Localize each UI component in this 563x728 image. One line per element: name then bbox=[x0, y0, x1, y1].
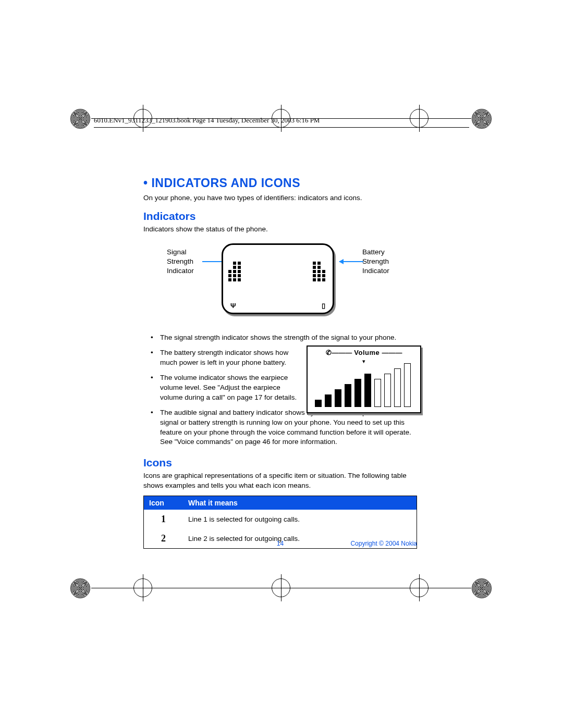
arrow-icon bbox=[339, 261, 363, 262]
battery-bars-icon bbox=[313, 250, 327, 281]
list-item: The battery strength indicator shows how… bbox=[143, 348, 301, 368]
subheading-indicators: Indicators bbox=[143, 210, 417, 223]
label-line: Battery bbox=[362, 248, 385, 256]
bullet-block: The signal strength indicator shows the … bbox=[143, 333, 417, 447]
intro-text: On your phone, you have two types of ide… bbox=[143, 193, 417, 203]
label-battery-strength: Battery Strength Indicator bbox=[362, 248, 404, 275]
table-row: 1 Line 1 is selected for outgoing calls. bbox=[144, 510, 417, 529]
section-heading-indicators-and-icons: • INDICATORS AND ICONS bbox=[143, 176, 417, 190]
page-number: 14 bbox=[277, 540, 284, 547]
icon-cell: 1 bbox=[144, 510, 183, 529]
volume-diagram: ✆——— Volume ——— ▾ bbox=[307, 346, 421, 413]
header-rule bbox=[94, 127, 469, 128]
label-line: Indicator bbox=[362, 267, 389, 275]
label-line: Strength bbox=[167, 257, 193, 265]
page-footer: 14 Copyright © 2004 Nokia bbox=[143, 540, 417, 547]
label-line: Indicator bbox=[167, 267, 194, 275]
battery-icon: ▯ bbox=[322, 302, 325, 310]
volume-label-text: Volume bbox=[354, 349, 380, 356]
label-line: Signal bbox=[167, 248, 187, 256]
volume-bars-icon bbox=[315, 362, 411, 407]
volume-title: ✆——— Volume ——— bbox=[308, 349, 420, 356]
subheading-icons: Icons bbox=[143, 456, 417, 469]
table-header-row: Icon What it means bbox=[144, 496, 417, 510]
icons-text: Icons are graphical representations of a… bbox=[143, 471, 417, 490]
screen-outline: Ψ ▯ bbox=[222, 243, 334, 314]
page-content: • INDICATORS AND ICONS On your phone, yo… bbox=[143, 176, 417, 549]
phone-icon: ✆ bbox=[326, 349, 332, 356]
label-line: Strength bbox=[362, 257, 389, 265]
indicators-text: Indicators show the status of the phone. bbox=[143, 225, 417, 234]
list-item: The audible signal and battery indicator… bbox=[143, 408, 417, 448]
page-header-meta: 6010.ENv1_9311233_121903.book Page 14 Tu… bbox=[94, 116, 469, 125]
table-header-icon: Icon bbox=[144, 496, 183, 510]
list-item: The volume indicator shows the earpiece … bbox=[143, 373, 301, 403]
phone-screen-diagram: Signal Strength Indicator Ψ ▯ bbox=[143, 243, 417, 322]
meaning-cell: Line 1 is selected for outgoing calls. bbox=[183, 510, 417, 529]
manual-page: 6010.ENv1_9311233_121903.book Page 14 Tu… bbox=[0, 0, 563, 728]
copyright-text: Copyright © 2004 Nokia bbox=[350, 540, 417, 547]
signal-bars-icon bbox=[228, 250, 243, 281]
table-header-meaning: What it means bbox=[183, 496, 417, 510]
antenna-icon: Ψ bbox=[230, 302, 236, 310]
list-item: The signal strength indicator shows the … bbox=[143, 333, 417, 343]
